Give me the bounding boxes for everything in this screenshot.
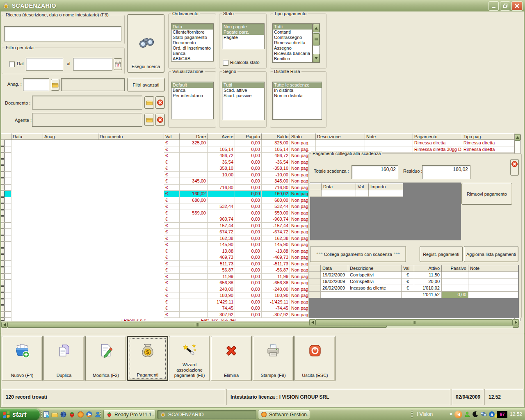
- list-option[interactable]: Tutti: [222, 82, 264, 88]
- list-option[interactable]: Banca: [171, 51, 213, 56]
- column-header-saldo[interactable]: Saldo: [262, 133, 290, 140]
- row-selector[interactable]: [1, 254, 11, 261]
- list-option[interactable]: Non pagate: [222, 24, 264, 30]
- row-selector[interactable]: [1, 248, 11, 255]
- payments-row[interactable]: 19/02/2009Corrispettivi€20,00: [309, 278, 519, 285]
- start-button[interactable]: start: [0, 409, 40, 420]
- search-button[interactable]: Esegui ricerca: [127, 14, 164, 73]
- row-selector[interactable]: [1, 274, 11, 280]
- payments-row[interactable]: 26/02/2009Incasso da cliente€1'010,02: [309, 285, 519, 292]
- collega-pagamento-button[interactable]: ^^^ Collega pagamento con scadenza ^^^: [310, 246, 406, 262]
- ie-doc-icon[interactable]: [43, 411, 50, 418]
- list-option[interactable]: Ricevuta bancaria: [273, 51, 312, 56]
- toolbar-button-duplica[interactable]: Duplica: [43, 336, 84, 381]
- list-option[interactable]: Contanti: [273, 30, 312, 35]
- agente-clear-button[interactable]: [155, 114, 165, 126]
- row-selector[interactable]: [1, 185, 11, 191]
- row-selector[interactable]: [1, 312, 11, 318]
- row-selector[interactable]: [1, 229, 11, 235]
- segno-listbox[interactable]: TuttiScad. attiveScad. passive: [222, 82, 265, 120]
- row-selector[interactable]: [1, 292, 11, 299]
- stato-listbox[interactable]: Non pagatePagate parz.Pagate: [222, 23, 265, 49]
- list-option[interactable]: Scad. passive: [222, 93, 264, 98]
- cpu-badge[interactable]: 97: [497, 411, 507, 418]
- scroll-up-button[interactable]: [515, 134, 520, 141]
- ordinamento-listbox[interactable]: DataCliente/fornitoreStato pagamentoDocu…: [171, 23, 214, 62]
- row-selector[interactable]: [1, 305, 11, 312]
- ricalcola-stato-checkbox[interactable]: [223, 60, 228, 66]
- chevron-icon[interactable]: »: [450, 411, 452, 417]
- column-header-pagato[interactable]: Pagato: [235, 133, 262, 140]
- scroll-right-button[interactable]: [513, 320, 519, 325]
- row-selector[interactable]: [1, 235, 11, 242]
- scroll-left-button[interactable]: [309, 320, 315, 325]
- close-button[interactable]: [511, 1, 523, 11]
- row-selector[interactable]: [1, 286, 11, 293]
- strawberry-icon[interactable]: [68, 411, 75, 418]
- search-input[interactable]: [4, 26, 121, 41]
- row-selector[interactable]: [1, 146, 11, 153]
- linked-payments-table[interactable]: DataValImporto: [310, 183, 403, 197]
- media-player-icon[interactable]: [86, 411, 93, 418]
- payments-row[interactable]: 19/02/2009Corrispettivi€11,50: [309, 272, 519, 278]
- network-icon[interactable]: [480, 411, 487, 418]
- documento-clear-button[interactable]: [155, 96, 165, 109]
- list-option[interactable]: Pagate parz.: [222, 30, 264, 35]
- visualizzazione-listbox[interactable]: DefaultBancaPer intestatario: [171, 82, 214, 119]
- toolbar-button-wizard-associazione-pagamenti-f8-[interactable]: Wizard associazione pagamenti (F8): [169, 336, 210, 381]
- scroll-left-button[interactable]: [1, 322, 7, 328]
- a-icon[interactable]: a: [488, 411, 495, 418]
- row-selector[interactable]: [1, 172, 11, 178]
- panel-horizontal-scrollbar[interactable]: [309, 319, 519, 326]
- column-header-note[interactable]: Note: [365, 133, 413, 140]
- task-button-ready-pro-v11-1-[interactable]: Ready Pro V11.1....: [103, 410, 155, 419]
- toolbar-button-nuovo-f4-[interactable]: Nuovo (F4): [2, 336, 43, 381]
- rimuovi-pagamento-button[interactable]: Rimuovi pagamento: [461, 183, 512, 205]
- list-option[interactable]: Cliente/fornitore: [171, 30, 213, 35]
- toolbar-button-stampa-f9-[interactable]: Stampa (F9): [253, 336, 294, 381]
- scroll-down-button[interactable]: [313, 54, 320, 62]
- list-option[interactable]: Documento: [171, 40, 213, 46]
- toolbar-button-pagamenti[interactable]: $Pagamenti: [127, 336, 168, 381]
- list-option[interactable]: In distinta: [273, 88, 322, 93]
- toolbar-button-modifica-f2-[interactable]: Modifica (F2): [85, 336, 126, 381]
- column-header-stato[interactable]: Stato: [290, 133, 316, 140]
- column-header-anag[interactable]: Anag.: [43, 133, 98, 140]
- row-selector[interactable]: [1, 261, 11, 267]
- tray-collapse-button[interactable]: [454, 411, 462, 418]
- messenger-icon[interactable]: [94, 411, 101, 418]
- globe-icon[interactable]: [60, 411, 67, 418]
- row-selector[interactable]: [1, 242, 11, 248]
- date-to-input[interactable]: [73, 58, 112, 71]
- linked-table-row[interactable]: [310, 190, 403, 197]
- list-option[interactable]: Tutti: [273, 24, 312, 30]
- tipo-pagamento-listbox[interactable]: TuttiContantiContrassegnoRimessa diretta…: [272, 23, 313, 63]
- anag-browse-button[interactable]: [51, 79, 59, 91]
- dal-checkbox[interactable]: [9, 62, 15, 67]
- row-selector[interactable]: [1, 140, 11, 146]
- column-header-descrizione[interactable]: Descrizione: [316, 133, 365, 140]
- list-option[interactable]: Data: [171, 24, 213, 30]
- scroll-up-button[interactable]: [313, 24, 320, 32]
- advanced-filters-button[interactable]: Filtri avanzati: [127, 78, 165, 91]
- toolbar-button-elimina[interactable]: Elimina: [211, 336, 252, 381]
- task-button-scadenzario[interactable]: $SCADENZARIO: [157, 410, 256, 419]
- row-selector[interactable]: [1, 299, 11, 306]
- list-option[interactable]: Per intestatario: [171, 93, 213, 98]
- list-option[interactable]: Default: [171, 82, 213, 88]
- column-header-val[interactable]: Val: [164, 133, 180, 140]
- agente-browse-button[interactable]: [144, 114, 154, 126]
- column-header-pagamento[interactable]: Pagamento: [413, 133, 462, 140]
- list-option[interactable]: Contrassegno: [273, 35, 312, 40]
- list-option[interactable]: Pagate: [222, 35, 264, 40]
- distinte-riba-listbox[interactable]: Tutte le scadenzeIn distintaNon in disti…: [272, 82, 322, 120]
- aggiorna-lista-pagamenti-button[interactable]: Aggiorna lista pagamenti: [464, 246, 518, 262]
- row-selector[interactable]: [1, 197, 11, 204]
- anag-code-input[interactable]: [23, 78, 49, 91]
- messenger-person-icon[interactable]: [464, 411, 470, 418]
- toolbar-button-uscita-esc-[interactable]: Uscita (ESC): [294, 336, 336, 381]
- row-selector[interactable]: [1, 178, 11, 185]
- row-selector[interactable]: [1, 153, 11, 159]
- scrollbar-thumb[interactable]: [313, 33, 320, 46]
- panel-close-button[interactable]: [510, 159, 519, 176]
